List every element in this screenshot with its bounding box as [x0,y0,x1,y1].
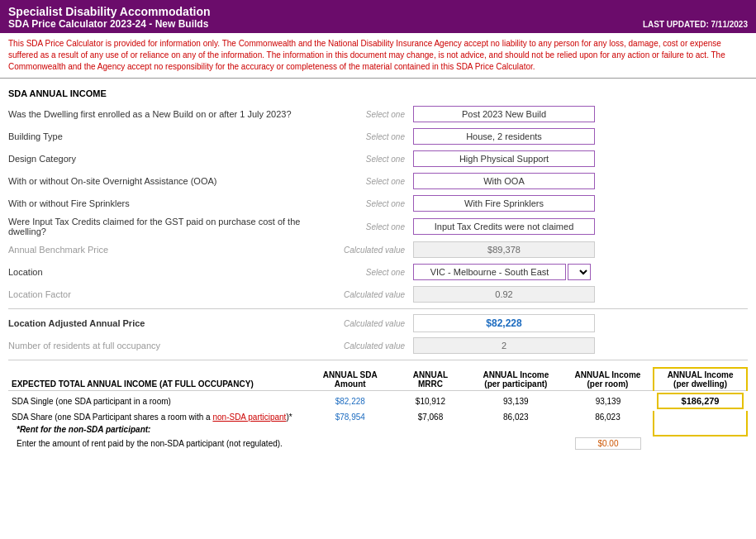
rent-input-cell [563,436,654,451]
th-per-dwelling: ANNUAL Income (per dwelling) [654,368,747,391]
rent-label-row: *Rent for the non-SDA participant: [8,423,747,436]
table-row: SDA Share (one SDA Participant shares a … [8,411,747,423]
hint-design-category: Select one [322,155,413,164]
rent-instruction-row: Enter the amount of rent paid by the non… [8,436,747,451]
section-title: SDA ANNUAL INCOME [8,88,748,98]
hint-new-build: Select one [322,110,413,119]
control-benchmark-price: $89,378 [413,241,748,258]
select-sprinklers[interactable]: With Fire Sprinklers [413,195,595,212]
row1-per-participant: 93,139 [469,391,563,412]
rent-instruction: Enter the amount of rent paid by the non… [8,436,563,451]
label-building-type: Building Type [8,131,322,141]
divider1 [8,308,748,309]
location-input[interactable] [413,264,566,280]
hint-benchmark-price: Calculated value [322,246,413,255]
income-table: EXPECTED TOTAL ANNUAL INCOME (AT FULL OC… [8,367,748,451]
th-sda-amount: ANNUAL SDA Amount [309,368,392,391]
label-new-build: Was the Dwelling first enrolled as a New… [8,109,322,119]
value-adjusted-price: $82,228 [413,314,595,332]
label-design-category: Design Category [8,154,322,164]
control-tax-credits: Input Tax Credits were not claimed [413,218,748,235]
label-residents: Number of residents at full occupancy [8,341,322,351]
control-ooa: With OOA [413,173,748,189]
select-new-build[interactable]: Post 2023 New Build [413,106,595,122]
th-mrrc: ANNUAL MRRC [392,368,469,391]
hint-residents: Calculated value [322,341,413,351]
highlight-value: $186,279 [657,393,744,409]
hint-adjusted-price: Calculated value [322,319,413,328]
row-adjusted-price: Location Adjusted Annual Price Calculate… [8,314,748,332]
row1-label: SDA Single (one SDA participant in a roo… [8,391,309,412]
last-updated: LAST UPDATED: 7/11/2023 [643,20,748,29]
row1-sda: $82,228 [309,391,392,412]
row2-mrrc: $7,068 [392,411,469,423]
control-design-category: High Physical Support [413,150,748,167]
row-design-category: Design Category Select one High Physical… [8,150,748,168]
app-title: Specialist Disability Accommodation [8,5,748,18]
control-location-factor: 0.92 [413,286,748,303]
th-per-room: ANNUAL Income (per room) [563,368,654,391]
row-location-factor: Location Factor Calculated value 0.92 [8,285,748,303]
row-benchmark-price: Annual Benchmark Price Calculated value … [8,241,748,259]
select-tax-credits[interactable]: Input Tax Credits were not claimed [413,218,595,235]
header: Specialist Disability Accommodation SDA … [0,0,756,79]
subtitle: SDA Price Calculator 2023-24 - New Build… [8,18,208,30]
disclaimer-text: This SDA Price Calculator is provided fo… [0,33,756,79]
location-select-container: ▼ [413,264,748,280]
hint-location-factor: Calculated value [322,290,413,299]
row-tax-credits: Were Input Tax Credits claimed for the G… [8,217,748,236]
value-location-factor: 0.92 [413,286,595,303]
select-ooa[interactable]: With OOA [413,173,595,189]
row-building-type: Building Type Select one House, 2 reside… [8,127,748,145]
location-dropdown[interactable]: ▼ [568,264,591,280]
last-updated-label: LAST UPDATED: [643,20,709,29]
hint-sprinklers: Select one [322,199,413,208]
rent-dwelling-cell [654,436,747,451]
label-tax-credits: Were Input Tax Credits claimed for the G… [8,217,322,236]
control-adjusted-price: $82,228 [413,314,748,332]
rent-label: *Rent for the non-SDA participant: [8,423,654,436]
row1-mrrc: $10,912 [392,391,469,412]
row-ooa: With or without On-site Overnight Assist… [8,172,748,190]
select-building-type[interactable]: House, 2 residents [413,128,595,145]
subtitle-row: SDA Price Calculator 2023-24 - New Build… [8,18,748,30]
row-residents: Number of residents at full occupancy Ca… [8,336,748,355]
row-location: Location Select one ▼ [8,263,748,281]
divider2 [8,360,748,360]
row2-per-participant: 86,023 [469,411,563,423]
hint-tax-credits: Select one [322,222,413,231]
main-content: SDA ANNUAL INCOME Was the Dwelling first… [0,79,756,458]
value-residents: 2 [413,337,595,354]
th-per-participant: ANNUAL Income (per participant) [469,368,563,391]
row2-per-room: 86,023 [563,411,654,423]
control-residents: 2 [413,337,748,354]
table-row: SDA Single (one SDA participant in a roo… [8,391,747,412]
row-sprinklers: With or without Fire Sprinklers Select o… [8,194,748,212]
label-sprinklers: With or without Fire Sprinklers [8,198,322,208]
row1-per-dwelling: $186,279 [654,391,747,412]
row1-per-room: 93,139 [563,391,654,412]
control-location: ▼ [413,264,748,280]
hint-building-type: Select one [322,132,413,141]
row2-label: SDA Share (one SDA Participant shares a … [8,411,309,423]
th-description: EXPECTED TOTAL ANNUAL INCOME (AT FULL OC… [8,368,309,391]
last-updated-value: 7/11/2023 [711,20,749,29]
select-design-category[interactable]: High Physical Support [413,150,595,167]
rent-input[interactable] [575,437,641,450]
row2-sda: $78,954 [309,411,392,423]
row-new-build: Was the Dwelling first enrolled as a New… [8,105,748,123]
label-ooa: With or without On-site Overnight Assist… [8,176,322,186]
label-location: Location [8,267,322,277]
label-location-factor: Location Factor [8,289,322,299]
header-top: Specialist Disability Accommodation SDA … [0,0,756,33]
control-building-type: House, 2 residents [413,128,748,145]
label-adjusted-price: Location Adjusted Annual Price [8,318,322,328]
control-sprinklers: With Fire Sprinklers [413,195,748,212]
hint-ooa: Select one [322,177,413,186]
row2-per-dwelling [654,411,747,423]
control-new-build: Post 2023 New Build [413,106,748,122]
non-sda-text: non-SDA participant [212,413,286,422]
label-benchmark-price: Annual Benchmark Price [8,245,322,255]
value-benchmark-price: $89,378 [413,241,595,258]
hint-location: Select one [322,268,413,277]
